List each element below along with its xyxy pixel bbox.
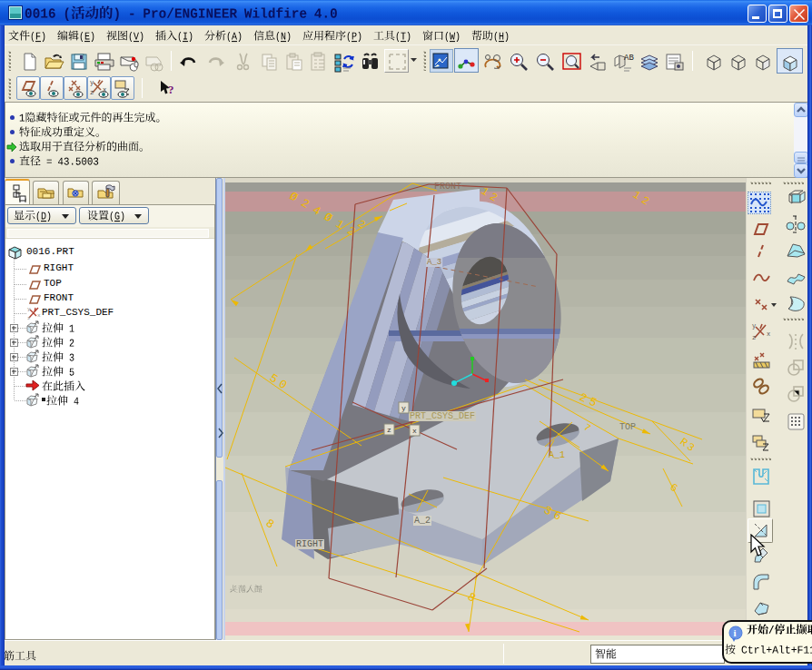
svg-text:?: ? xyxy=(168,83,174,96)
svg-text:z: z xyxy=(90,89,94,96)
svg-text:A_3: A_3 xyxy=(427,258,441,267)
svg-text:PRT_CSYS_DEF: PRT_CSYS_DEF xyxy=(410,411,475,421)
svg-text:y: y xyxy=(27,306,31,312)
svg-text:RIGHT: RIGHT xyxy=(296,539,323,549)
svg-text:z: z xyxy=(752,334,756,341)
svg-text:y: y xyxy=(90,79,94,86)
svg-text:TOP: TOP xyxy=(619,422,636,432)
svg-text:x: x xyxy=(37,312,41,319)
svg-text:i: i xyxy=(734,627,737,638)
svg-text:A_1: A_1 xyxy=(549,450,565,460)
svg-text:x: x xyxy=(767,330,770,338)
svg-text:y: y xyxy=(752,322,756,330)
svg-text:x: x xyxy=(412,427,417,435)
svg-text:z: z xyxy=(387,426,391,434)
svg-text:FRONT: FRONT xyxy=(434,182,461,192)
svg-text:A_2: A_2 xyxy=(414,516,431,526)
svg-text:AB: AB xyxy=(624,54,634,63)
svg-text:y: y xyxy=(401,404,406,412)
